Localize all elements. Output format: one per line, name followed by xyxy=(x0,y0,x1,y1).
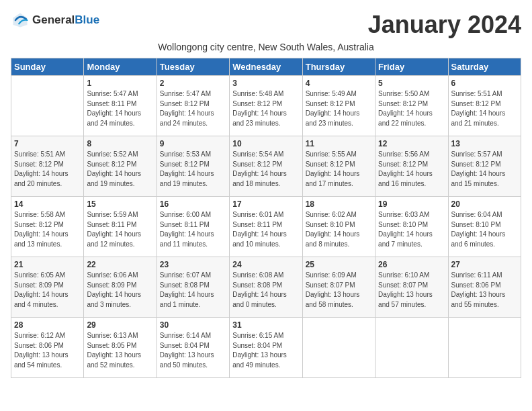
calendar-cell: 26Sunrise: 6:10 AM Sunset: 8:07 PM Dayli… xyxy=(375,257,448,318)
calendar-cell: 5Sunrise: 5:50 AM Sunset: 8:12 PM Daylig… xyxy=(375,76,448,136)
calendar-cell: 6Sunrise: 5:51 AM Sunset: 8:12 PM Daylig… xyxy=(448,76,521,136)
day-info: Sunrise: 5:47 AM Sunset: 8:11 PM Dayligh… xyxy=(87,89,153,128)
day-info: Sunrise: 6:08 AM Sunset: 8:08 PM Dayligh… xyxy=(232,271,299,310)
calendar-cell: 20Sunrise: 6:04 AM Sunset: 8:10 PM Dayli… xyxy=(448,197,521,257)
day-info: Sunrise: 6:04 AM Sunset: 8:10 PM Dayligh… xyxy=(451,210,518,249)
day-number: 29 xyxy=(87,320,153,330)
calendar-cell: 9Sunrise: 5:53 AM Sunset: 8:12 PM Daylig… xyxy=(157,136,229,197)
calendar-cell: 15Sunrise: 5:59 AM Sunset: 8:11 PM Dayli… xyxy=(84,197,157,257)
day-number: 4 xyxy=(306,79,372,88)
calendar-cell: 3Sunrise: 5:48 AM Sunset: 8:12 PM Daylig… xyxy=(230,76,302,136)
day-number: 23 xyxy=(160,260,226,269)
calendar-cell: 30Sunrise: 6:14 AM Sunset: 8:04 PM Dayli… xyxy=(157,318,229,378)
day-info: Sunrise: 6:03 AM Sunset: 8:10 PM Dayligh… xyxy=(378,210,445,249)
day-number: 22 xyxy=(87,260,153,269)
calendar-cell: 21Sunrise: 6:05 AM Sunset: 8:09 PM Dayli… xyxy=(11,257,84,318)
day-number: 3 xyxy=(232,79,299,88)
day-number: 18 xyxy=(306,199,372,209)
calendar-cell: 23Sunrise: 6:07 AM Sunset: 8:08 PM Dayli… xyxy=(157,257,229,318)
day-info: Sunrise: 6:06 AM Sunset: 8:09 PM Dayligh… xyxy=(87,271,153,310)
day-info: Sunrise: 5:52 AM Sunset: 8:12 PM Dayligh… xyxy=(87,150,153,189)
day-number: 6 xyxy=(451,79,518,88)
day-info: Sunrise: 5:58 AM Sunset: 8:12 PM Dayligh… xyxy=(14,210,81,249)
day-info: Sunrise: 5:56 AM Sunset: 8:12 PM Dayligh… xyxy=(378,150,445,189)
day-number: 17 xyxy=(232,199,299,209)
calendar-cell: 24Sunrise: 6:08 AM Sunset: 8:08 PM Dayli… xyxy=(230,257,302,318)
day-info: Sunrise: 5:53 AM Sunset: 8:12 PM Dayligh… xyxy=(160,150,226,189)
calendar-cell: 12Sunrise: 5:56 AM Sunset: 8:12 PM Dayli… xyxy=(375,136,448,197)
calendar-cell: 11Sunrise: 5:55 AM Sunset: 8:12 PM Dayli… xyxy=(302,136,375,197)
day-number: 15 xyxy=(87,199,153,209)
day-of-week-header: Tuesday xyxy=(157,58,229,76)
day-number: 9 xyxy=(160,139,226,148)
calendar-cell: 10Sunrise: 5:54 AM Sunset: 8:12 PM Dayli… xyxy=(230,136,302,197)
calendar-cell: 18Sunrise: 6:02 AM Sunset: 8:10 PM Dayli… xyxy=(302,197,375,257)
day-number: 20 xyxy=(451,199,518,209)
day-info: Sunrise: 6:07 AM Sunset: 8:08 PM Dayligh… xyxy=(160,271,226,310)
calendar-cell: 16Sunrise: 6:00 AM Sunset: 8:11 PM Dayli… xyxy=(157,197,229,257)
day-of-week-header: Thursday xyxy=(302,58,375,76)
day-number: 14 xyxy=(14,199,81,209)
logo-general: General xyxy=(32,13,75,26)
calendar-cell: 19Sunrise: 6:03 AM Sunset: 8:10 PM Dayli… xyxy=(375,197,448,257)
day-number: 1 xyxy=(87,79,153,88)
day-number: 12 xyxy=(378,139,445,148)
day-number: 7 xyxy=(14,139,81,148)
day-number: 2 xyxy=(160,79,226,88)
day-number: 10 xyxy=(232,139,299,148)
day-info: Sunrise: 5:59 AM Sunset: 8:11 PM Dayligh… xyxy=(87,210,153,249)
calendar-cell: 14Sunrise: 5:58 AM Sunset: 8:12 PM Dayli… xyxy=(11,197,84,257)
logo-icon xyxy=(11,11,30,30)
calendar-cell: 28Sunrise: 6:12 AM Sunset: 8:06 PM Dayli… xyxy=(11,318,84,378)
calendar-cell xyxy=(302,318,375,378)
day-info: Sunrise: 6:09 AM Sunset: 8:07 PM Dayligh… xyxy=(306,271,372,310)
day-number: 5 xyxy=(378,79,445,88)
day-number: 25 xyxy=(306,260,372,269)
subtitle: Wollongong city centre, New South Wales,… xyxy=(11,42,521,52)
calendar-cell xyxy=(11,76,84,136)
calendar-cell: 29Sunrise: 6:13 AM Sunset: 8:05 PM Dayli… xyxy=(84,318,157,378)
page-header: GeneralBlue January 2024 xyxy=(11,11,521,39)
calendar-cell: 31Sunrise: 6:15 AM Sunset: 8:04 PM Dayli… xyxy=(230,318,302,378)
day-number: 16 xyxy=(160,199,226,209)
calendar-week-row: 14Sunrise: 5:58 AM Sunset: 8:12 PM Dayli… xyxy=(11,197,521,257)
calendar-week-row: 7Sunrise: 5:51 AM Sunset: 8:12 PM Daylig… xyxy=(11,136,521,197)
day-info: Sunrise: 6:10 AM Sunset: 8:07 PM Dayligh… xyxy=(378,271,445,310)
logo: GeneralBlue xyxy=(11,11,99,30)
day-info: Sunrise: 6:12 AM Sunset: 8:06 PM Dayligh… xyxy=(14,331,81,370)
day-of-week-header: Friday xyxy=(375,58,448,76)
day-info: Sunrise: 5:49 AM Sunset: 8:12 PM Dayligh… xyxy=(306,89,372,128)
day-of-week-header: Sunday xyxy=(11,58,84,76)
calendar-cell: 7Sunrise: 5:51 AM Sunset: 8:12 PM Daylig… xyxy=(11,136,84,197)
day-number: 11 xyxy=(306,139,372,148)
day-info: Sunrise: 6:15 AM Sunset: 8:04 PM Dayligh… xyxy=(232,331,299,370)
day-info: Sunrise: 5:47 AM Sunset: 8:12 PM Dayligh… xyxy=(160,89,226,128)
day-info: Sunrise: 5:50 AM Sunset: 8:12 PM Dayligh… xyxy=(378,89,445,128)
day-info: Sunrise: 5:54 AM Sunset: 8:12 PM Dayligh… xyxy=(232,150,299,189)
calendar-cell: 4Sunrise: 5:49 AM Sunset: 8:12 PM Daylig… xyxy=(302,76,375,136)
day-info: Sunrise: 6:13 AM Sunset: 8:05 PM Dayligh… xyxy=(87,331,153,370)
day-of-week-header: Saturday xyxy=(448,58,521,76)
day-info: Sunrise: 6:00 AM Sunset: 8:11 PM Dayligh… xyxy=(160,210,226,249)
day-number: 21 xyxy=(14,260,81,269)
calendar-cell: 13Sunrise: 5:57 AM Sunset: 8:12 PM Dayli… xyxy=(448,136,521,197)
day-info: Sunrise: 5:51 AM Sunset: 8:12 PM Dayligh… xyxy=(451,89,518,128)
day-info: Sunrise: 6:05 AM Sunset: 8:09 PM Dayligh… xyxy=(14,271,81,310)
day-of-week-header: Wednesday xyxy=(230,58,302,76)
calendar-cell: 2Sunrise: 5:47 AM Sunset: 8:12 PM Daylig… xyxy=(157,76,229,136)
logo-text: GeneralBlue xyxy=(32,13,99,27)
day-of-week-header: Monday xyxy=(84,58,157,76)
day-info: Sunrise: 6:02 AM Sunset: 8:10 PM Dayligh… xyxy=(306,210,372,249)
day-info: Sunrise: 5:48 AM Sunset: 8:12 PM Dayligh… xyxy=(232,89,299,128)
day-info: Sunrise: 5:57 AM Sunset: 8:12 PM Dayligh… xyxy=(451,150,518,189)
day-number: 24 xyxy=(232,260,299,269)
day-number: 13 xyxy=(451,139,518,148)
day-info: Sunrise: 6:11 AM Sunset: 8:06 PM Dayligh… xyxy=(451,271,518,310)
calendar-cell: 27Sunrise: 6:11 AM Sunset: 8:06 PM Dayli… xyxy=(448,257,521,318)
day-number: 28 xyxy=(14,320,81,330)
calendar-table: SundayMondayTuesdayWednesdayThursdayFrid… xyxy=(11,58,521,378)
day-info: Sunrise: 6:01 AM Sunset: 8:11 PM Dayligh… xyxy=(232,210,299,249)
calendar-cell xyxy=(448,318,521,378)
day-info: Sunrise: 6:14 AM Sunset: 8:04 PM Dayligh… xyxy=(160,331,226,370)
calendar-cell: 1Sunrise: 5:47 AM Sunset: 8:11 PM Daylig… xyxy=(84,76,157,136)
